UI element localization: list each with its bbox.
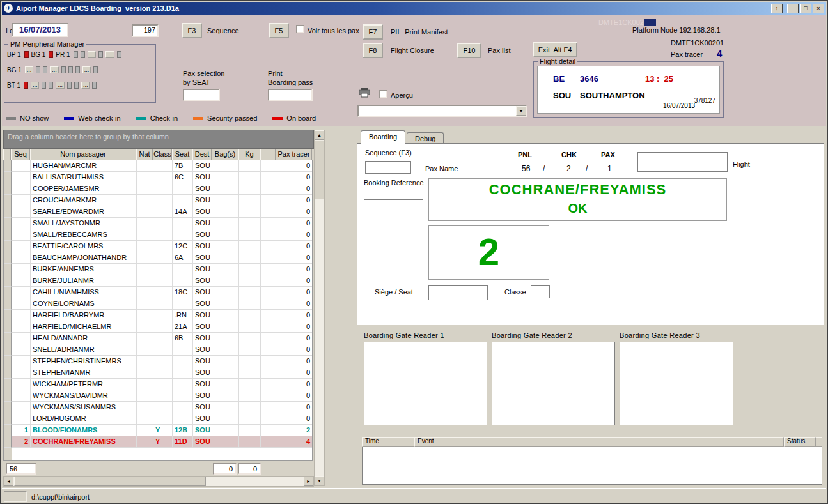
grid-column-header[interactable] [260,149,276,160]
passenger-row[interactable]: LORD/HUGOMRSOU0 [4,413,312,425]
passenger-row[interactable]: SEARLE/EDWARDMR14ASOU0 [4,206,312,218]
vertical-scroll-thumb[interactable] [315,141,324,199]
close-icon[interactable]: × [813,4,824,13]
seat-input[interactable] [428,285,488,300]
grid-horizontal-scrollbar[interactable]: ◄ ► [3,476,314,487]
print-boarding-pass-input[interactable] [268,89,313,101]
passenger-row[interactable]: SMALL/JAYSTONMRSOU0 [4,218,312,229]
peripheral-config-button[interactable]: ... [82,66,91,73]
grid-cell: 0 [276,275,313,287]
passenger-row[interactable]: 2COCHRANE/FREYAMISSY11DSOU4 [4,436,312,448]
peripheral-config-button[interactable]: ... [56,82,65,89]
passenger-row[interactable]: WICKHAM/PETERMRSOU0 [4,379,312,390]
grid-column-header[interactable]: Nat [136,149,153,160]
passenger-row[interactable]: BALLISAT/RUTHMISS6CSOU0 [4,172,312,183]
grid-column-header[interactable]: Pax tracer [276,149,312,160]
passenger-row[interactable]: SNELL/ADRIANMRSOU0 [4,344,312,356]
minimize-icon[interactable]: _ [787,4,799,13]
grid-cell [173,379,193,390]
event-column-header[interactable]: Status [784,437,816,447]
passenger-row[interactable]: BURKE/JULIANMRSOU0 [4,275,312,287]
grid-cell: 18C [173,287,193,298]
scroll-up-icon[interactable]: ▲ [315,130,324,140]
event-column-header[interactable]: Time [362,437,414,447]
grid-cell: SOU [193,333,212,344]
peripheral-config-button[interactable]: ... [25,66,34,73]
peripheral-config-button[interactable]: ... [50,66,59,73]
grid-column-header[interactable] [3,149,11,160]
counter-field[interactable]: 197 [132,24,159,37]
exit-button[interactable]: Exit Alt F4 [533,42,577,57]
passenger-row[interactable]: CROUCH/MARKMRSOU0 [4,195,312,206]
peripheral-config-button[interactable]: ... [88,51,97,58]
grid-column-header[interactable]: Kg [238,149,260,160]
restore-icon[interactable]: ↕ [771,4,783,13]
grid-vertical-scrollbar[interactable]: ▲ ▼ [314,130,325,486]
date-field[interactable]: 16/07/2013 [12,23,68,37]
passenger-row[interactable]: HEALD/ANNADR6BSOU0 [4,333,312,344]
f7-print-manifest-button[interactable]: F7 [363,24,383,40]
scroll-left-icon[interactable]: ◄ [4,477,13,486]
legend-item: On board [272,114,316,122]
passenger-row[interactable]: 1BLOOD/FIONAMRSY12BSOU2 [4,425,312,436]
peripheral-config-button[interactable]: ... [81,82,90,89]
passenger-row[interactable]: HUGHAN/MARCMR7BSOU0 [4,160,312,172]
passenger-row[interactable]: WYCKMANS/SUSANMRSSOU0 [4,402,312,413]
gate-reader-label: Boarding Gate Reader 2 [492,332,615,339]
passenger-row[interactable]: COYNE/LORNAMSSOU0 [4,298,312,310]
passenger-name-cell: SMALL/REBECCAMRS [31,229,137,241]
booking-reference-input[interactable] [364,188,423,200]
flight-select-combobox[interactable]: ▼ [357,105,527,117]
sequence-input[interactable] [365,161,411,174]
tab-boarding[interactable]: Boarding [361,130,405,144]
title-bar[interactable]: ✈ Aiport Manager LDCS Boarding version 2… [2,2,826,15]
peripheral-config-button[interactable]: ... [31,82,40,89]
grid-group-hint[interactable]: Drag a column header here to group by th… [3,130,314,149]
passenger-row[interactable]: WYCKMANS/DAVIDMRSOU0 [4,390,312,402]
passenger-row[interactable]: HARFIELD/BARRYMR.RNSOU0 [4,310,312,321]
f10-pax-list-button[interactable]: F10 [457,43,481,58]
passenger-row[interactable]: COOPER/JAMESMRSOU0 [4,183,312,195]
horizontal-scroll-thumb[interactable] [14,477,206,486]
chevron-down-icon[interactable]: ▼ [516,106,526,116]
pil-print-manifest-label: PIL Print Manifest [391,28,448,36]
passenger-list[interactable]: HUGHAN/MARCMR7BSOU0BALLISAT/RUTHMISS6CSO… [3,160,313,461]
maximize-icon[interactable]: □ [800,4,811,13]
tab-debug[interactable]: Debug [407,132,444,144]
f5-button[interactable]: F5 [269,23,289,38]
passenger-row[interactable]: CAHILL/NIAMHMISS18CSOU0 [4,287,312,298]
passenger-row[interactable]: STEPHEN/IANMRSOU0 [4,367,312,379]
grid-cell [4,298,12,310]
grid-column-header[interactable]: Class [153,149,172,160]
grid-cell [173,275,193,287]
grid-column-header[interactable]: Seat [172,149,192,160]
grid-column-header[interactable]: Dest [192,149,212,160]
passenger-row[interactable]: STEPHEN/CHRISTINEMRSSOU0 [4,356,312,367]
passenger-row[interactable]: BEAUCHAMP/JONATHANDR6ASOU0 [4,252,312,264]
event-column-header[interactable]: Event [414,437,784,447]
passenger-row[interactable]: BURKE/ANNEMRSSOU0 [4,264,312,275]
pax-seat-input[interactable] [183,89,220,101]
event-log-body[interactable] [362,447,822,485]
passenger-row[interactable]: BEATTIE/CAROLMRS12CSOU0 [4,241,312,252]
classe-input[interactable] [531,285,550,298]
grid-cell [4,287,12,298]
f3-sequence-button[interactable]: F3 [182,23,202,38]
printer-icon[interactable] [359,88,370,99]
grid-cell [137,356,153,367]
apercu-checkbox[interactable] [379,90,387,98]
grid-column-header[interactable]: Bag(s) [212,149,238,160]
status-bar: d:\cuppt\bin\airport [2,488,826,503]
passenger-row[interactable]: HARFIELD/MICHAELMR21ASOU0 [4,321,312,333]
flight-input[interactable] [637,152,728,172]
peripheral-status-indicator [93,66,98,73]
scroll-down-icon[interactable]: ▼ [315,476,324,485]
scroll-right-icon[interactable]: ► [304,477,313,486]
gate-reader-label: Boarding Gate Reader 1 [364,332,487,339]
grid-column-header[interactable]: Nom passager [30,149,136,160]
peripheral-config-button[interactable]: ... [105,51,114,58]
voir-tous-checkbox[interactable] [296,25,304,33]
f8-flight-closure-button[interactable]: F8 [363,43,383,58]
grid-column-header[interactable]: Seq [11,149,30,160]
passenger-row[interactable]: SMALL/REBECCAMRSSOU0 [4,229,312,241]
